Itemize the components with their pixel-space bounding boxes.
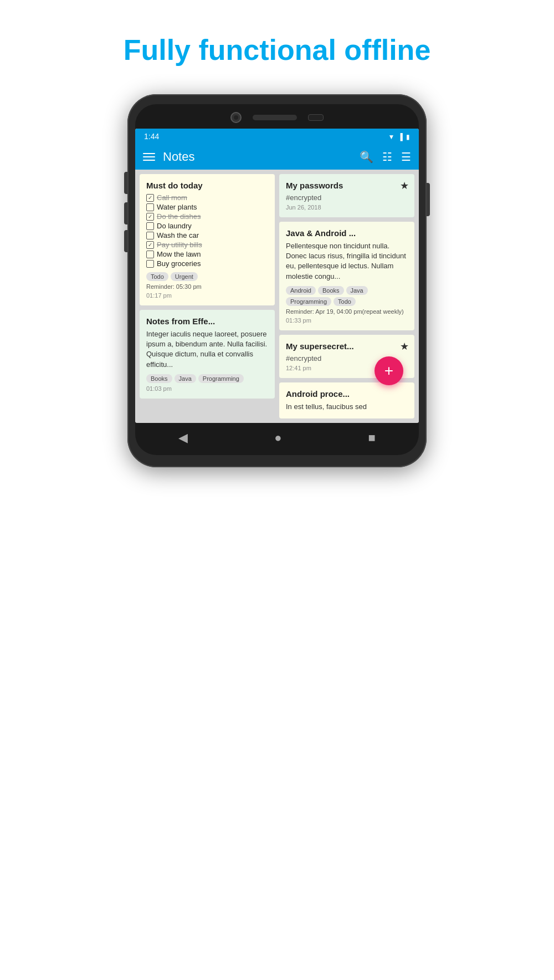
phone-screen: 1:44 Notes 🔍 ☷ ☰ — [135, 129, 419, 423]
todo-label-do-dishes: Do the dishes — [157, 212, 201, 221]
menu-icon[interactable] — [143, 153, 155, 161]
checkbox-pay-bills[interactable]: ✓ — [146, 241, 154, 249]
nav-back-button[interactable]: ◀ — [178, 431, 188, 445]
status-icons — [388, 132, 410, 141]
checkbox-do-dishes[interactable]: ✓ — [146, 213, 154, 221]
todo-item-wash-car[interactable]: Wash the car — [146, 231, 268, 239]
status-time: 1:44 — [144, 132, 159, 141]
todo-item-pay-bills[interactable]: ✓ Pay utility bills — [146, 241, 268, 249]
nav-home-button[interactable]: ● — [274, 431, 281, 445]
wifi-icon — [388, 132, 395, 141]
tag-java-ja[interactable]: Java — [346, 286, 368, 295]
phone-shell: 1:44 Notes 🔍 ☷ ☰ — [127, 94, 427, 467]
todo-item-water-plants[interactable]: Water plants — [146, 203, 268, 211]
checkbox-call-mom[interactable]: ✓ — [146, 194, 154, 202]
front-camera — [230, 112, 242, 123]
tag-books-ja[interactable]: Books — [318, 286, 344, 295]
tags-must-do-today: Todo Urgent — [146, 272, 268, 281]
reminder-java-android: Reminder: Apr 19, 04:00 pm(repeat weekly… — [286, 308, 408, 315]
phone-top — [135, 104, 419, 129]
time-must-do-today: 01:17 pm — [146, 292, 268, 299]
nav-recent-button[interactable]: ■ — [368, 431, 376, 445]
note-title-must-do-today: Must do today — [146, 181, 268, 190]
star-icon-passwords[interactable]: ★ — [400, 180, 409, 192]
todo-item-do-laundry[interactable]: Do laundry — [146, 222, 268, 230]
battery-icon — [406, 132, 410, 141]
todo-item-do-dishes[interactable]: ✓ Do the dishes — [146, 212, 268, 221]
note-android-proce[interactable]: Android proce... In est tellus, faucibus… — [279, 382, 414, 418]
note-my-passwords[interactable]: ★ My passwords #encrypted Jun 26, 2018 — [279, 174, 414, 217]
tag-todo[interactable]: Todo — [146, 272, 168, 281]
tag-programming[interactable]: Programming — [198, 374, 244, 383]
date-my-passwords: Jun 26, 2018 — [286, 204, 408, 211]
todo-label-do-laundry: Do laundry — [157, 222, 192, 230]
note-java-android[interactable]: Java & Android ... Pellentesque non tinc… — [279, 222, 414, 330]
search-icon[interactable]: 🔍 — [360, 150, 373, 164]
note-title-notes-from-effe: Notes from Effe... — [146, 317, 268, 326]
page-headline: Fully functional offline — [124, 33, 431, 67]
tag-urgent[interactable]: Urgent — [171, 272, 198, 281]
checkbox-mow-lawn[interactable] — [146, 251, 154, 258]
note-must-do-today[interactable]: Must do today ✓ Call mom Water plants ✓ … — [140, 174, 275, 305]
todo-label-call-mom: Call mom — [157, 193, 187, 202]
tag-todo-ja[interactable]: Todo — [334, 297, 356, 306]
todo-label-water-plants: Water plants — [157, 203, 197, 211]
todo-label-buy-groceries: Buy groceries — [157, 259, 201, 268]
tags-notes-from-effe: Books Java Programming — [146, 374, 268, 383]
time-notes-from-effe: 01:03 pm — [146, 385, 268, 392]
phone-bottom-nav: ◀ ● ■ — [135, 423, 419, 455]
note-title-java-android: Java & Android ... — [286, 228, 408, 238]
todo-label-pay-bills: Pay utility bills — [157, 241, 202, 249]
tag-java[interactable]: Java — [175, 374, 196, 383]
checkbox-wash-car[interactable] — [146, 232, 154, 239]
speaker — [253, 115, 297, 120]
todo-label-wash-car: Wash the car — [157, 231, 199, 239]
todo-label-mow-lawn: Mow the lawn — [157, 250, 201, 258]
note-body-java-android: Pellentesque non tincidunt nulla. Donec … — [286, 241, 408, 282]
sort-icon[interactable]: ☰ — [401, 150, 411, 164]
note-body-notes-from-effe: Integer iaculis neque laoreet, posuere i… — [146, 329, 268, 370]
note-body-android-proce: In est tellus, faucibus sed — [286, 402, 408, 412]
checkbox-buy-groceries[interactable] — [146, 260, 154, 268]
reminder-must-do-today: Reminder: 05:30 pm — [146, 283, 268, 290]
tag-books[interactable]: Books — [146, 374, 172, 383]
note-title-my-supersecret: My supersecret... — [286, 341, 408, 351]
notes-col-left: Must do today ✓ Call mom Water plants ✓ … — [140, 174, 275, 418]
todo-item-mow-lawn[interactable]: Mow the lawn — [146, 250, 268, 258]
todo-item-call-mom[interactable]: ✓ Call mom — [146, 193, 268, 202]
note-title-android-proce: Android proce... — [286, 389, 408, 399]
note-title-my-passwords: My passwords — [286, 181, 408, 190]
signal-icon — [398, 132, 403, 141]
app-bar-icons: 🔍 ☷ ☰ — [360, 150, 411, 164]
time-java-android: 01:33 pm — [286, 317, 408, 324]
face-id-sensor — [308, 114, 324, 121]
tags-java-android: Android Books Java Programming Todo — [286, 286, 408, 306]
checkbox-water-plants[interactable] — [146, 203, 154, 211]
checkbox-do-laundry[interactable] — [146, 222, 154, 230]
note-notes-from-effe[interactable]: Notes from Effe... Integer iaculis neque… — [140, 310, 275, 399]
note-body-my-passwords: #encrypted — [286, 193, 408, 202]
todo-item-buy-groceries[interactable]: Buy groceries — [146, 259, 268, 268]
star-icon-supersecret[interactable]: ★ — [400, 340, 409, 353]
app-bar-title: Notes — [163, 150, 352, 164]
tag-programming-ja[interactable]: Programming — [286, 297, 331, 306]
fab-add-note[interactable]: + — [375, 356, 403, 385]
notes-grid: Must do today ✓ Call mom Water plants ✓ … — [135, 170, 419, 423]
status-bar: 1:44 — [135, 129, 419, 144]
app-bar: Notes 🔍 ☷ ☰ — [135, 144, 419, 170]
tag-android[interactable]: Android — [286, 286, 316, 295]
camera-area — [230, 112, 324, 123]
view-icon[interactable]: ☷ — [382, 150, 392, 164]
